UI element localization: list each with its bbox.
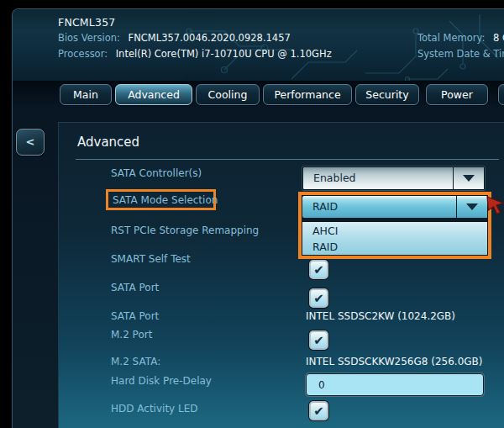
page-title: Advanced [77,135,139,150]
tab-partial-cutoff[interactable] [498,84,504,105]
sata-port-1-checkbox[interactable]: ✔ [309,288,328,308]
bios-window: FNCML357 Bios Version: FNCML357.0046.202… [12,8,504,428]
m2-port-checkbox[interactable]: ✔ [309,330,328,350]
sata-controllers-value: Enabled [313,167,356,189]
sata-port-1-label: SATA Port [111,282,159,293]
sata-port-2-label: SATA Port [111,310,159,322]
tab-security[interactable]: Security [355,84,419,105]
sata-controllers-dropdown[interactable]: Enabled [302,166,485,190]
m2-sata-label: M.2 SATA: [111,356,160,367]
sata-mode-dropdown[interactable]: RAID [302,195,488,219]
processor-value: Intel(R) Core(TM) i7-10710U CPU @ 1.10GH… [116,48,332,60]
rst-pcie-remapping-label: RST PCIe Storage Remapping [111,225,259,236]
system-datetime-label: System Date & Time: [417,48,504,60]
tab-performance[interactable]: Performance [263,84,352,105]
sata-controllers-label: SATA Controller(s) [111,167,202,179]
total-memory-label: Total Memory: [417,32,485,44]
tab-advanced[interactable]: Advanced [115,84,192,105]
bios-version-label: Bios Version: [58,32,120,44]
sata-mode-value: RAID [312,196,338,218]
m2-port-label: M.2 Port [111,329,152,341]
sata-mode-label: SATA Mode Selection [113,194,218,206]
bios-header: FNCML357 Bios Version: FNCML357.0046.202… [13,9,504,81]
sata-mode-options-list: AHCI RAID [302,221,488,256]
check-icon: ✔ [313,404,324,419]
advanced-settings-panel: Advanced SATA Controller(s) Enabled SATA… [58,122,504,428]
sata-port-2-value: INTEL SSDSC2KW (1024.2GB) [306,310,455,322]
tab-cooling[interactable]: Cooling [196,84,260,105]
option-raid[interactable]: RAID [302,239,487,255]
chevron-down-icon[interactable] [453,167,484,189]
hdd-activity-led-checkbox[interactable]: ✔ [309,401,328,420]
smart-self-test-checkbox[interactable]: ✔ [309,260,328,279]
check-icon: ✔ [313,291,324,306]
title-divider [76,159,499,160]
check-icon: ✔ [313,262,324,277]
chevron-down-icon[interactable] [456,196,487,218]
hard-disk-pre-delay-input[interactable] [306,373,484,396]
option-ahci[interactable]: AHCI [302,223,487,239]
total-memory-value: 8 GB [493,32,504,44]
m2-sata-value: INTEL SSDSCKKW256G8 (256.0GB) [306,356,482,367]
back-button[interactable]: < [16,129,45,156]
bios-version-value: FNCML357.0046.2020.0928.1457 [129,32,291,44]
smart-self-test-label: SMART Self Test [111,253,191,265]
tab-main[interactable]: Main [60,84,112,105]
check-icon: ✔ [313,333,324,348]
hard-disk-pre-delay-label: Hard Disk Pre-Delay [111,375,212,387]
hdd-activity-led-label: HDD Activity LED [111,403,198,415]
processor-label: Processor: [58,48,108,60]
mouse-cursor-icon [485,194,504,216]
sata-mode-dropdown-highlight: RAID AHCI RAID [298,192,491,259]
board-title: FNCML357 [58,16,115,29]
sata-mode-label-highlight: SATA Mode Selection [106,189,216,210]
tab-power[interactable]: Power [426,84,488,105]
